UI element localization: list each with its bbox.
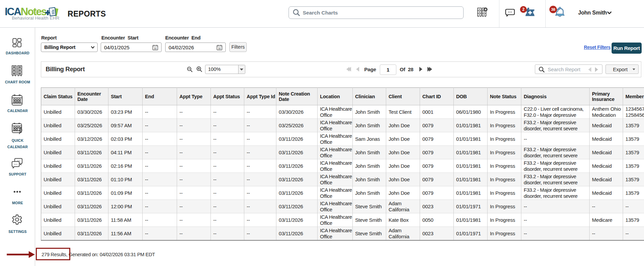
svg-text:30: 30 xyxy=(218,47,221,50)
svg-text:30: 30 xyxy=(154,47,156,50)
